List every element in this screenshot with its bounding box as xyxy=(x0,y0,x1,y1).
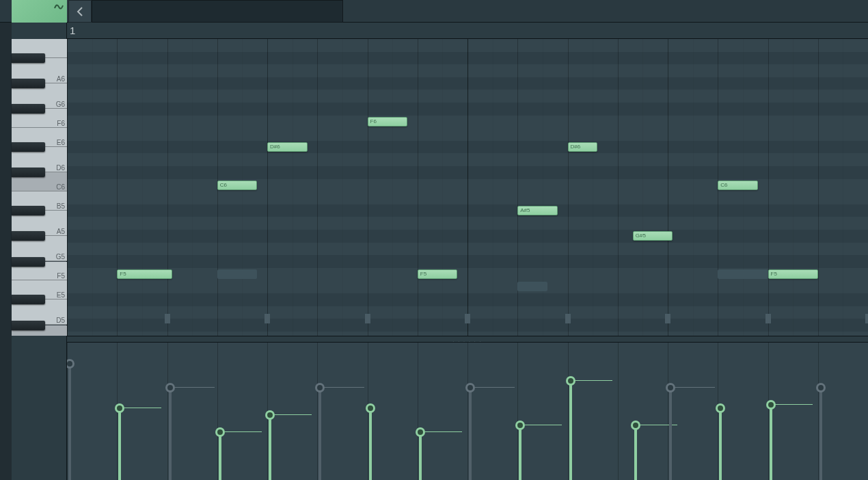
ruler-corner xyxy=(12,23,67,39)
midi-note[interactable]: D#6 xyxy=(267,142,308,152)
timeline-ruler[interactable]: 1 xyxy=(67,23,868,39)
key-label: G6 xyxy=(56,101,65,108)
grid-tick xyxy=(465,314,470,323)
piano-key-F#6[interactable] xyxy=(12,104,45,114)
bar-number: 1 xyxy=(70,25,75,36)
velocity-corner xyxy=(12,336,67,480)
pattern-name-input[interactable] xyxy=(92,0,343,23)
pattern-color-swatch[interactable] xyxy=(12,0,67,23)
velocity-node[interactable] xyxy=(219,432,221,480)
midi-note[interactable]: G#5 xyxy=(633,231,673,241)
key-label: D6 xyxy=(56,164,65,172)
grid-tick xyxy=(165,314,170,323)
velocity-node[interactable] xyxy=(519,425,521,480)
wave-icon xyxy=(53,1,64,12)
grip-icon: . . . . . . xyxy=(452,338,482,343)
piano-key-D#6[interactable] xyxy=(12,142,45,152)
velocity-node[interactable] xyxy=(369,408,372,480)
lane-splitter[interactable]: . . . . . . xyxy=(67,336,868,343)
key-label: A5 xyxy=(57,228,65,235)
midi-note[interactable]: C6 xyxy=(718,181,758,190)
velocity-lane[interactable] xyxy=(67,343,868,480)
midi-note[interactable]: C6 xyxy=(217,181,258,190)
velocity-node[interactable] xyxy=(719,408,722,480)
velocity-node[interactable] xyxy=(469,388,472,480)
key-label: D5 xyxy=(56,317,65,324)
midi-note[interactable]: F6 xyxy=(368,117,408,126)
grid-tick xyxy=(565,314,571,323)
midi-note[interactable]: D#6 xyxy=(568,142,598,152)
piano-key-G#6[interactable] xyxy=(12,79,45,88)
grid-tick xyxy=(665,314,670,323)
velocity-node[interactable] xyxy=(770,405,772,480)
velocity-node[interactable] xyxy=(169,388,172,480)
velocity-node[interactable] xyxy=(118,408,121,480)
ghost-note xyxy=(718,269,768,279)
key-label: B5 xyxy=(57,202,65,210)
piano-key-A#6[interactable] xyxy=(12,53,45,63)
velocity-node[interactable] xyxy=(669,388,672,480)
grid-tick xyxy=(865,314,868,323)
toolbar xyxy=(0,0,868,23)
piano-key-D#5[interactable] xyxy=(12,295,45,304)
velocity-node[interactable] xyxy=(68,364,71,480)
piano-key-A#5[interactable] xyxy=(12,206,45,215)
velocity-node[interactable] xyxy=(634,425,637,480)
key-label: F6 xyxy=(57,120,65,127)
grid-tick xyxy=(365,314,370,323)
back-button[interactable] xyxy=(68,0,92,23)
velocity-node[interactable] xyxy=(318,388,321,480)
piano-key-C#5[interactable] xyxy=(12,321,45,330)
left-gutter xyxy=(0,0,12,480)
piano-key-G#5[interactable] xyxy=(12,231,45,241)
midi-note[interactable]: F5 xyxy=(768,269,818,279)
velocity-node[interactable] xyxy=(269,415,271,480)
grid-tick xyxy=(765,314,771,323)
velocity-node[interactable] xyxy=(569,381,572,480)
velocity-node[interactable] xyxy=(419,432,422,480)
piano-key-C#6[interactable] xyxy=(12,168,45,177)
midi-note[interactable]: A#5 xyxy=(517,206,558,215)
midi-note[interactable]: F5 xyxy=(117,269,172,279)
key-label: F5 xyxy=(57,272,65,280)
key-label: E6 xyxy=(57,139,65,146)
piano-key-F#5[interactable] xyxy=(12,257,45,267)
velocity-node[interactable] xyxy=(819,388,822,480)
key-label: G5 xyxy=(56,253,65,261)
note-grid[interactable]: F5C6D#6F6F5A#5D#6G#5C6F5 xyxy=(67,39,868,336)
key-label: E5 xyxy=(57,291,65,299)
key-label: A6 xyxy=(57,75,65,83)
piano-keyboard[interactable]: A6G6F6E6D6C6B5A5G5F5E5D5C5B4 xyxy=(12,39,67,336)
ghost-note xyxy=(517,282,547,291)
midi-note[interactable]: F5 xyxy=(418,269,458,279)
grid-tick xyxy=(265,314,270,323)
ghost-note xyxy=(217,269,258,279)
key-label: C6 xyxy=(56,183,65,191)
chevron-left-icon xyxy=(76,7,84,16)
